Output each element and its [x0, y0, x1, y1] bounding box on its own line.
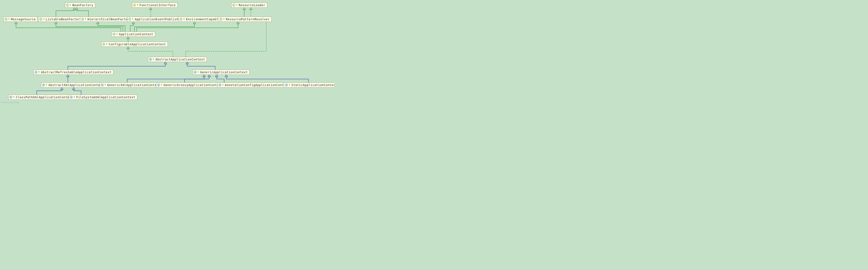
node-AbstractXmlApplicationContext[interactable]: C AbstractXmlApplicationContext: [41, 83, 106, 88]
node-label: ResourceLoader: [239, 3, 265, 7]
svg-text:I: I: [234, 4, 234, 6]
pin-icon: [116, 33, 118, 35]
node-GenericGroovyApplicationContext[interactable]: C GenericGroovyApplicationContext: [156, 83, 224, 88]
svg-text:C: C: [286, 84, 287, 86]
node-label: AbstractApplicationContext: [155, 58, 205, 61]
node-ResourceLoader[interactable]: I ResourceLoader: [231, 3, 267, 8]
svg-text:C: C: [10, 96, 12, 98]
interface-icon: I: [113, 33, 116, 36]
node-EnvironmentCapable[interactable]: I EnvironmentCapable: [179, 17, 222, 22]
node-ListableBeanFactory[interactable]: I ListableBeanFactory: [38, 17, 84, 22]
interface-icon: I: [180, 18, 183, 21]
svg-rect-55: [198, 72, 198, 73]
svg-text:C: C: [150, 58, 151, 60]
node-AbstractApplicationContext[interactable]: C AbstractApplicationContext: [148, 57, 207, 62]
pin-icon: [104, 84, 106, 86]
svg-rect-59: [46, 85, 46, 86]
svg-text:I: I: [40, 18, 41, 20]
svg-rect-47: [153, 59, 154, 60]
interface-icon: I: [81, 18, 84, 21]
node-label: ListableBeanFactory: [46, 18, 82, 21]
svg-text:C: C: [35, 71, 37, 73]
node-HierarchicalBeanFactory[interactable]: I HierarchicalBeanFactory: [80, 17, 133, 22]
pin-icon: [152, 58, 155, 60]
node-GenericApplicationContext[interactable]: C GenericApplicationContext: [192, 70, 250, 75]
interface-icon: I: [219, 18, 222, 21]
svg-rect-43: [106, 44, 107, 45]
node-label: GenericApplicationContext: [200, 70, 248, 74]
class-icon: C: [42, 84, 45, 87]
svg-text:C: C: [71, 96, 72, 98]
pin-icon: [69, 4, 71, 6]
node-label: ApplicationContext: [119, 32, 153, 36]
node-label: ResourcePatternResolver: [226, 18, 270, 21]
svg-rect-51: [39, 72, 39, 73]
pin-icon: [222, 84, 224, 86]
svg-text:I: I: [6, 18, 6, 20]
pin-icon: [136, 4, 138, 6]
node-label: EnvironmentCapable: [186, 18, 220, 21]
node-ResourcePatternResolver[interactable]: I ResourcePatternResolver: [218, 17, 272, 22]
node-ApplicationContext[interactable]: I ApplicationContext: [112, 32, 155, 37]
pin-icon: [236, 4, 238, 6]
node-ClassPathXmlApplicationContext[interactable]: C ClassPathXmlApplicationContext: [8, 95, 75, 100]
annotation-icon: @: [133, 4, 136, 7]
svg-rect-67: [161, 85, 162, 86]
svg-rect-23: [85, 19, 86, 20]
svg-text:I: I: [181, 18, 182, 20]
svg-text:I: I: [83, 18, 83, 20]
svg-rect-31: [184, 19, 184, 20]
pin-icon: [223, 18, 225, 20]
node-label: AnnotationConfigApplicationContext: [225, 83, 290, 87]
node-label: ApplicationEventPublisher: [135, 18, 182, 21]
node-BeanFactory[interactable]: I BeanFactory: [65, 3, 95, 8]
svg-rect-15: [9, 19, 9, 20]
pin-icon: [73, 96, 75, 98]
node-ConfigurableApplicationContext[interactable]: I ConfigurableApplicationContext: [101, 42, 168, 47]
footer-credit: Powered by yFiles: [1, 101, 20, 103]
interface-icon: I: [128, 18, 131, 21]
pin-icon: [8, 18, 10, 20]
pin-icon: [43, 18, 45, 20]
node-label: StaticApplicationContext: [291, 83, 334, 87]
class-icon: C: [285, 84, 288, 87]
node-AnnotationConfigApplicationContext[interactable]: C AnnotationConfigApplicationContext: [217, 83, 291, 88]
svg-text:@: @: [133, 4, 135, 6]
node-label: HierarchicalBeanFactory: [88, 18, 131, 21]
pin-icon: [45, 84, 48, 86]
interface-icon: I: [4, 18, 7, 21]
pin-icon: [183, 18, 185, 20]
svg-rect-11: [237, 5, 237, 6]
svg-text:C: C: [194, 71, 196, 73]
node-label: AbstractXmlApplicationContext: [49, 83, 104, 87]
node-AbstractRefreshableApplicationContext[interactable]: C AbstractRefreshableApplicationContext: [33, 70, 113, 75]
svg-text:C: C: [158, 84, 159, 86]
node-label: ConfigurableApplicationContext: [108, 42, 166, 46]
node-FunctionalInterface[interactable]: @ FunctionalInterface: [132, 3, 178, 8]
class-icon: C: [194, 71, 196, 74]
pin-icon: [160, 84, 163, 86]
class-icon: C: [149, 58, 152, 61]
class-icon: C: [101, 84, 104, 87]
svg-text:C: C: [43, 84, 44, 86]
svg-text:C: C: [102, 84, 103, 86]
class-icon: C: [70, 96, 73, 99]
node-FileSystemXmlApplicationContext[interactable]: C FileSystemXmlApplicationContext: [69, 95, 137, 100]
node-label: MessageSource: [11, 18, 36, 21]
pin-icon: [197, 71, 199, 73]
svg-rect-19: [43, 19, 44, 20]
node-ApplicationEventPublisher[interactable]: I ApplicationEventPublisher: [127, 17, 184, 22]
svg-text:I: I: [221, 18, 221, 20]
node-label: GenericGroovyApplicationContext: [163, 83, 223, 87]
node-MessageSource[interactable]: I MessageSource: [3, 17, 38, 22]
class-icon: C: [9, 96, 12, 99]
svg-rect-35: [224, 19, 224, 20]
svg-text:I: I: [67, 4, 68, 6]
svg-text:C: C: [219, 84, 221, 86]
class-icon: C: [35, 71, 38, 74]
pin-icon: [13, 96, 15, 98]
node-GenericXmlApplicationContext[interactable]: C GenericXmlApplicationContext: [100, 83, 162, 88]
node-StaticApplicationContext[interactable]: C StaticApplicationContext: [284, 83, 334, 88]
interface-icon: I: [102, 43, 105, 46]
pin-icon: [85, 18, 87, 20]
